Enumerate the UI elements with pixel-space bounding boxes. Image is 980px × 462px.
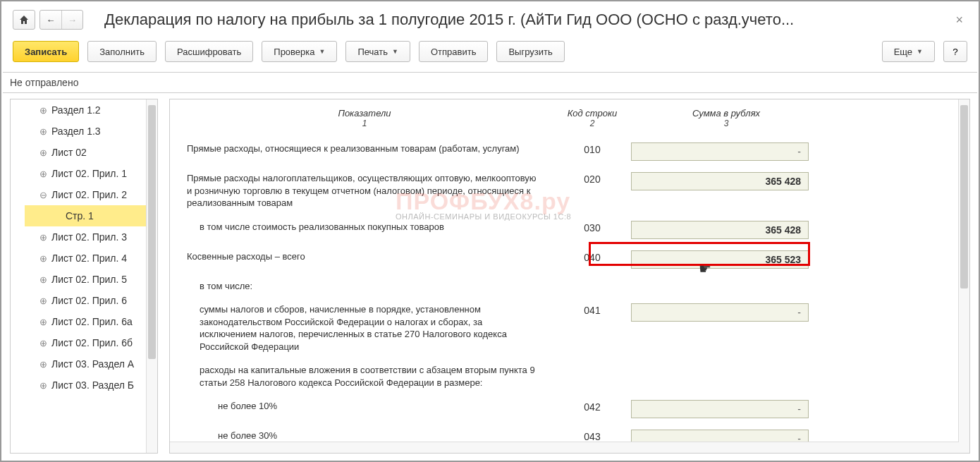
tree-item-label: Раздел 1.3 bbox=[51, 126, 101, 137]
arrow-left-icon: ← bbox=[47, 15, 56, 25]
print-label: Печать bbox=[357, 47, 388, 57]
tree-section-item[interactable]: ⊕Лист 02. Прил. 6а bbox=[25, 311, 157, 332]
decode-button[interactable]: Расшифровать bbox=[165, 41, 253, 62]
row-code: 030 bbox=[553, 221, 631, 233]
report-row: в том числе: bbox=[170, 274, 969, 298]
sum-input[interactable]: 365 428 bbox=[631, 172, 809, 190]
row-indicator: не более 30% bbox=[187, 430, 553, 442]
header-indicators: Показатели bbox=[338, 108, 391, 118]
tree-section-item[interactable]: ⊕Лист 02 bbox=[25, 142, 157, 163]
tree-section-item[interactable]: ⊕Лист 02. Прил. 3 bbox=[25, 226, 157, 248]
row-sum-cell: 365 523 bbox=[631, 250, 821, 269]
tree-section-item[interactable]: ⊕Лист 03. Раздел Б bbox=[25, 375, 157, 396]
expand-icon[interactable]: ⊕ bbox=[39, 105, 47, 116]
tree-item-label: Лист 03. Раздел Б bbox=[51, 379, 134, 391]
report-row: суммы налогов и сборов, начисленные в по… bbox=[170, 298, 969, 358]
close-button[interactable]: × bbox=[951, 13, 967, 28]
row-indicator: в том числе стоимость реализованных поку… bbox=[187, 221, 553, 233]
expand-icon[interactable]: ⊕ bbox=[39, 274, 47, 285]
tree-item-label: Лист 02. Прил. 6 bbox=[51, 295, 127, 306]
row-indicator: Косвенные расходы – всего bbox=[187, 250, 553, 263]
tree-section-item[interactable]: ⊕Раздел 1.3 bbox=[25, 121, 157, 142]
expand-icon[interactable]: ⊕ bbox=[39, 338, 47, 348]
header-code: Код строки bbox=[568, 108, 618, 118]
report-row: в том числе стоимость реализованных поку… bbox=[170, 215, 969, 245]
tree-item-label: Лист 02. Прил. 5 bbox=[51, 274, 127, 285]
tree-item-label: Лист 02. Прил. 6а bbox=[51, 316, 133, 327]
send-button[interactable]: Отправить bbox=[419, 41, 488, 62]
nav-history-buttons: ← → bbox=[39, 10, 83, 30]
tree-page-item[interactable]: Стр. 1 bbox=[25, 205, 157, 226]
row-indicator: не более 10% bbox=[187, 400, 553, 413]
tree-item-label: Лист 02. Прил. 2 bbox=[51, 189, 127, 200]
tree-section-item[interactable]: ⊕Лист 02. Прил. 6б bbox=[25, 332, 157, 353]
expand-icon[interactable]: ⊕ bbox=[39, 253, 47, 264]
report-row: Косвенные расходы – всего040365 523 bbox=[170, 245, 969, 274]
export-button[interactable]: Выгрузить bbox=[496, 41, 564, 62]
row-code: 010 bbox=[553, 142, 631, 155]
back-button[interactable]: ← bbox=[40, 11, 61, 29]
row-sum-cell: - bbox=[631, 400, 821, 418]
titlebar: ← → Декларация по налогу на прибыль за 1… bbox=[10, 8, 970, 37]
expand-icon[interactable]: ⊕ bbox=[39, 126, 47, 137]
forward-button[interactable]: → bbox=[61, 11, 82, 29]
check-label: Проверка bbox=[274, 47, 314, 57]
sum-input[interactable]: - bbox=[631, 400, 809, 418]
row-code: 041 bbox=[553, 303, 631, 316]
sum-input[interactable]: 365 523 bbox=[631, 250, 809, 269]
sum-input[interactable]: - bbox=[631, 142, 809, 161]
report-row: расходы на капитальные вложения в соотве… bbox=[170, 358, 969, 394]
expand-icon[interactable]: ⊕ bbox=[39, 296, 47, 306]
row-indicator: в том числе: bbox=[187, 280, 553, 293]
tree-item-label: Лист 02. Прил. 3 bbox=[51, 231, 127, 243]
sum-input[interactable]: - bbox=[631, 303, 809, 322]
check-button[interactable]: Проверка ▼ bbox=[262, 41, 337, 62]
help-button[interactable]: ? bbox=[943, 41, 967, 62]
fill-button[interactable]: Заполнить bbox=[87, 41, 157, 62]
expand-icon[interactable]: ⊖ bbox=[39, 190, 47, 200]
tree-section-item[interactable]: ⊕Раздел 1.2 bbox=[25, 99, 157, 121]
sidebar-scrollbar[interactable] bbox=[146, 99, 157, 453]
tree-item-label: Лист 02. Прил. 4 bbox=[51, 253, 127, 264]
more-button[interactable]: Еще ▼ bbox=[882, 41, 935, 62]
window-title: Декларация по налогу на прибыль за 1 пол… bbox=[104, 11, 951, 29]
expand-icon[interactable]: ⊕ bbox=[39, 232, 47, 243]
row-sum-cell: - bbox=[631, 303, 821, 322]
caret-down-icon: ▼ bbox=[319, 48, 326, 55]
report-content[interactable]: ПРОФБУХ8.ру ОНЛАЙН-СЕМИНАРЫ И ВИДЕОКУРСЫ… bbox=[169, 99, 970, 454]
report-row: Прямые расходы, относящиеся к реализован… bbox=[170, 137, 969, 166]
expand-icon[interactable]: ⊕ bbox=[39, 317, 47, 327]
row-code: 043 bbox=[553, 430, 631, 442]
workspace: ⊕Раздел 1.2⊕Раздел 1.3⊕Лист 02⊕Лист 02. … bbox=[10, 93, 970, 454]
print-button[interactable]: Печать ▼ bbox=[345, 41, 410, 62]
report-row: Прямые расходы налогоплательщиков, осуще… bbox=[170, 166, 969, 215]
expand-icon[interactable]: ⊕ bbox=[39, 359, 47, 370]
expand-icon[interactable]: ⊕ bbox=[39, 147, 47, 158]
arrow-right-icon: → bbox=[68, 15, 77, 25]
tree-section-item[interactable]: ⊖Лист 02. Прил. 2 bbox=[25, 184, 157, 205]
tree-section-item[interactable]: ⊕Лист 02. Прил. 6 bbox=[25, 290, 157, 311]
sum-input[interactable]: 365 428 bbox=[631, 221, 809, 239]
caret-down-icon: ▼ bbox=[392, 48, 398, 55]
table-header: Показатели 1 Код строки 2 Сумма в рублях… bbox=[170, 105, 969, 137]
tree-section-item[interactable]: ⊕Лист 03. Раздел А bbox=[25, 353, 157, 375]
tree-item-label: Лист 02. Прил. 1 bbox=[51, 168, 127, 179]
row-code: 020 bbox=[553, 172, 631, 185]
row-code: 042 bbox=[553, 400, 631, 413]
expand-icon[interactable]: ⊕ bbox=[39, 380, 47, 391]
expand-icon[interactable]: ⊕ bbox=[39, 169, 47, 179]
row-code bbox=[553, 364, 631, 365]
tree-item-label: Стр. 1 bbox=[66, 210, 94, 221]
tree-section-item[interactable]: ⊕Лист 02. Прил. 4 bbox=[25, 248, 157, 269]
home-icon bbox=[18, 14, 30, 25]
more-label: Еще bbox=[894, 47, 912, 57]
tree-section-item[interactable]: ⊕Лист 02. Прил. 1 bbox=[25, 163, 157, 184]
content-scrollbar-v[interactable] bbox=[958, 99, 969, 453]
section-tree[interactable]: ⊕Раздел 1.2⊕Раздел 1.3⊕Лист 02⊕Лист 02. … bbox=[10, 99, 158, 454]
row-sum-cell: 365 428 bbox=[631, 172, 821, 190]
row-indicator: суммы налогов и сборов, начисленные в по… bbox=[187, 303, 553, 353]
home-button[interactable] bbox=[13, 10, 35, 30]
content-scrollbar-h[interactable] bbox=[170, 442, 959, 453]
save-button[interactable]: Записать bbox=[13, 41, 79, 62]
tree-section-item[interactable]: ⊕Лист 02. Прил. 5 bbox=[25, 269, 157, 290]
